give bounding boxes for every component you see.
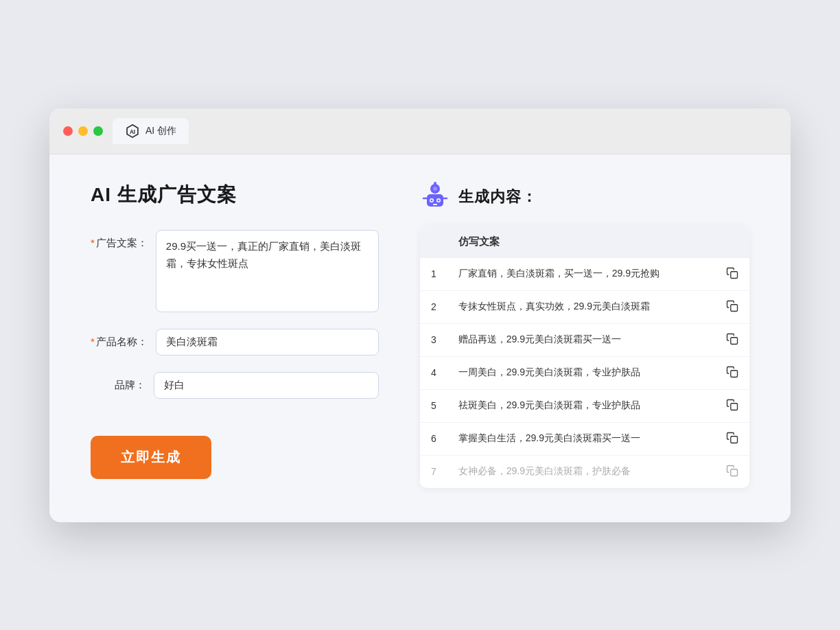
copy-button[interactable] bbox=[715, 389, 749, 422]
required-mark-2: * bbox=[91, 336, 95, 347]
brand-input[interactable] bbox=[154, 372, 379, 399]
traffic-lights bbox=[63, 126, 103, 136]
svg-point-13 bbox=[433, 187, 437, 191]
right-panel: 生成内容： 仿写文案 1厂家直销，美白淡斑霜，买一送一，29.9元抢购2专抹女性… bbox=[420, 182, 749, 488]
product-name-label: *产品名称： bbox=[91, 329, 148, 349]
row-content: 掌握美白生活，29.9元美白淡斑霜买一送一 bbox=[447, 422, 715, 455]
required-mark: * bbox=[91, 237, 95, 248]
svg-rect-15 bbox=[731, 304, 738, 311]
copy-button[interactable] bbox=[715, 290, 749, 323]
svg-point-7 bbox=[438, 199, 440, 201]
browser-window: AI AI 创作 AI 生成广告文案 *广告文案： 29.9买一送一，真正的厂家… bbox=[49, 108, 791, 522]
brand-label: 品牌： bbox=[91, 372, 145, 392]
titlebar: AI AI 创作 bbox=[49, 108, 791, 154]
row-content: 赠品再送，29.9元美白淡斑霜买一送一 bbox=[447, 323, 715, 356]
row-content: 专抹女性斑点，真实功效，29.9元美白淡斑霜 bbox=[447, 290, 715, 323]
tab-ai-create[interactable]: AI AI 创作 bbox=[113, 118, 189, 144]
right-title: 生成内容： bbox=[458, 187, 537, 207]
table-row: 3赠品再送，29.9元美白淡斑霜买一送一 bbox=[420, 323, 749, 356]
left-panel: AI 生成广告文案 *广告文案： 29.9买一送一，真正的厂家直销，美白淡斑霜，… bbox=[91, 182, 379, 488]
table-row: 2专抹女性斑点，真实功效，29.9元美白淡斑霜 bbox=[420, 290, 749, 323]
col-content: 仿写文案 bbox=[447, 226, 715, 258]
close-button[interactable] bbox=[63, 126, 73, 136]
svg-text:AI: AI bbox=[130, 128, 135, 135]
row-content: 女神必备，29.9元美白淡斑霜，护肤必备 bbox=[447, 455, 715, 488]
page-title: AI 生成广告文案 bbox=[91, 182, 379, 208]
svg-point-10 bbox=[434, 182, 436, 185]
svg-rect-8 bbox=[433, 204, 437, 205]
product-name-input[interactable] bbox=[156, 329, 379, 355]
ad-copy-label: *广告文案： bbox=[91, 230, 148, 250]
table-row: 5祛斑美白，29.9元美白淡斑霜，专业护肤品 bbox=[420, 389, 749, 422]
row-number: 4 bbox=[420, 356, 447, 389]
product-name-row: *产品名称： bbox=[91, 329, 379, 355]
row-number: 2 bbox=[420, 290, 447, 323]
ai-tab-icon: AI bbox=[125, 124, 140, 139]
robot-icon bbox=[420, 182, 450, 212]
row-number: 5 bbox=[420, 389, 447, 422]
copy-button[interactable] bbox=[715, 258, 749, 291]
svg-rect-18 bbox=[731, 403, 738, 410]
minimize-button[interactable] bbox=[78, 126, 88, 136]
row-number: 3 bbox=[420, 323, 447, 356]
result-table: 仿写文案 1厂家直销，美白淡斑霜，买一送一，29.9元抢购2专抹女性斑点，真实功… bbox=[420, 226, 749, 488]
copy-button[interactable] bbox=[715, 422, 749, 455]
copy-button[interactable] bbox=[715, 323, 749, 356]
svg-rect-17 bbox=[731, 370, 738, 377]
table-row: 4一周美白，29.9元美白淡斑霜，专业护肤品 bbox=[420, 356, 749, 389]
svg-rect-20 bbox=[731, 469, 738, 476]
row-content: 祛斑美白，29.9元美白淡斑霜，专业护肤品 bbox=[447, 389, 715, 422]
row-content: 厂家直销，美白淡斑霜，买一送一，29.9元抢购 bbox=[447, 258, 715, 291]
main-content: AI 生成广告文案 *广告文案： 29.9买一送一，真正的厂家直销，美白淡斑霜，… bbox=[49, 154, 791, 522]
row-number: 7 bbox=[420, 455, 447, 488]
ad-copy-row: *广告文案： 29.9买一送一，真正的厂家直销，美白淡斑霜，专抹女性斑点 bbox=[91, 230, 379, 312]
svg-rect-14 bbox=[731, 271, 738, 278]
copy-button[interactable] bbox=[715, 356, 749, 389]
row-number: 1 bbox=[420, 258, 447, 291]
maximize-button[interactable] bbox=[93, 126, 103, 136]
row-number: 6 bbox=[420, 422, 447, 455]
svg-rect-16 bbox=[731, 337, 738, 344]
col-num bbox=[420, 226, 447, 258]
copy-button[interactable] bbox=[715, 455, 749, 488]
ad-copy-input[interactable]: 29.9买一送一，真正的厂家直销，美白淡斑霜，专抹女性斑点 bbox=[156, 230, 379, 312]
col-action bbox=[715, 226, 749, 258]
table-row: 7女神必备，29.9元美白淡斑霜，护肤必备 bbox=[420, 455, 749, 488]
table-row: 6掌握美白生活，29.9元美白淡斑霜买一送一 bbox=[420, 422, 749, 455]
brand-row: 品牌： bbox=[91, 372, 379, 399]
right-header: 生成内容： bbox=[420, 182, 749, 212]
svg-point-6 bbox=[431, 199, 433, 201]
table-row: 1厂家直销，美白淡斑霜，买一送一，29.9元抢购 bbox=[420, 258, 749, 291]
row-content: 一周美白，29.9元美白淡斑霜，专业护肤品 bbox=[447, 356, 715, 389]
svg-rect-19 bbox=[731, 436, 738, 443]
tab-label: AI 创作 bbox=[145, 125, 176, 137]
generate-button[interactable]: 立即生成 bbox=[91, 436, 211, 479]
